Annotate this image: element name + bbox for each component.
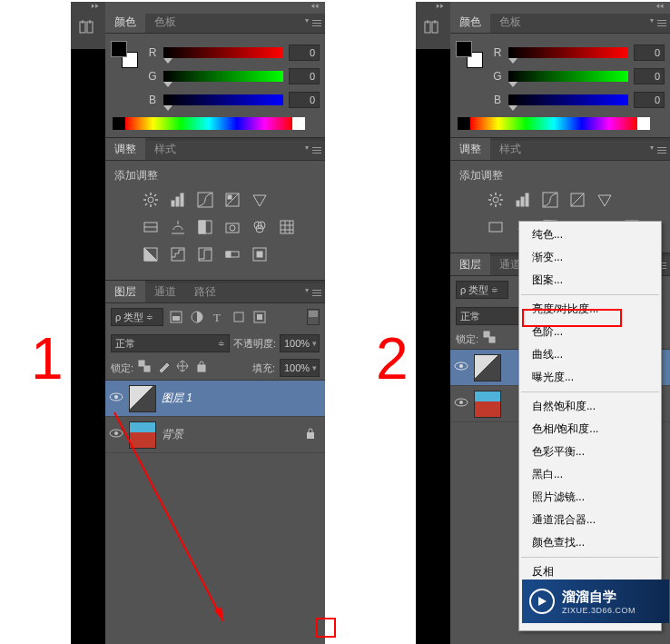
spectrum-bar[interactable] — [470, 117, 650, 130]
filter-type-icon[interactable]: T — [210, 309, 226, 325]
layer-thumbnail[interactable] — [474, 391, 501, 418]
menu-brightness[interactable]: 亮度/对比度... — [519, 298, 661, 321]
menu-gradient[interactable]: 渐变... — [519, 246, 661, 269]
panel-menu-icon[interactable] — [307, 16, 323, 29]
menu-levels[interactable]: 色阶... — [519, 321, 661, 343]
menu-bw[interactable]: 黑白... — [519, 463, 661, 486]
lock-all-icon[interactable] — [195, 361, 210, 375]
layer-thumbnail[interactable] — [129, 385, 156, 412]
photofilter-icon[interactable] — [223, 218, 241, 236]
menu-colorbalance[interactable]: 色彩平衡... — [519, 441, 661, 463]
b-value[interactable]: 0 — [634, 92, 665, 108]
tab-paths[interactable]: 路径 — [185, 281, 225, 302]
lock-transparent-icon[interactable] — [138, 361, 153, 375]
dock-icon[interactable] — [416, 14, 450, 41]
layer-thumbnail[interactable] — [474, 354, 501, 381]
invert-icon[interactable] — [142, 245, 160, 263]
dock-icon[interactable] — [71, 14, 105, 41]
tab-swatches[interactable]: 色板 — [490, 11, 530, 33]
tab-swatches[interactable]: 色板 — [145, 11, 185, 33]
tab-color[interactable]: 颜色 — [105, 11, 145, 33]
tab-channels[interactable]: 通道 — [145, 281, 185, 302]
filter-shape-icon[interactable] — [231, 309, 247, 325]
levels-icon[interactable] — [514, 191, 532, 209]
panel-menu-icon[interactable] — [652, 144, 668, 156]
curves-icon[interactable] — [196, 191, 214, 209]
menu-solid-color[interactable]: 纯色... — [519, 223, 661, 246]
menu-vibrance[interactable]: 自然饱和度... — [519, 395, 661, 418]
brightness-icon[interactable] — [487, 191, 505, 209]
layer-empty-area[interactable] — [105, 453, 325, 644]
selective-icon[interactable] — [251, 245, 269, 263]
tab-color[interactable]: 颜色 — [450, 11, 490, 33]
fg-color-swatch[interactable] — [456, 41, 472, 57]
panel-menu-icon[interactable] — [307, 286, 323, 299]
b-slider[interactable] — [508, 94, 628, 105]
g-slider[interactable] — [163, 71, 283, 82]
dock-expand-icon[interactable] — [416, 2, 450, 14]
r-slider[interactable] — [508, 47, 628, 58]
dock-expand-icon[interactable] — [71, 2, 105, 14]
color-swatch[interactable] — [456, 41, 483, 68]
visibility-icon[interactable] — [109, 391, 123, 405]
b-value[interactable]: 0 — [289, 92, 320, 108]
menu-curves[interactable]: 曲线... — [519, 343, 661, 366]
g-slider[interactable] — [508, 71, 628, 82]
bw-icon[interactable] — [196, 218, 214, 236]
lock-position-icon[interactable] — [176, 361, 191, 375]
lock-transparent-icon[interactable] — [483, 332, 498, 346]
color-swatch[interactable] — [111, 41, 138, 68]
exposure-icon[interactable] — [223, 191, 241, 209]
opacity-value[interactable]: 100%▾ — [280, 334, 320, 352]
layer-thumbnail[interactable] — [129, 421, 156, 449]
filter-pixel-icon[interactable] — [168, 309, 184, 325]
r-value[interactable]: 0 — [634, 45, 665, 61]
exposure-icon[interactable] — [568, 191, 586, 209]
filter-toggle[interactable] — [307, 309, 320, 325]
r-slider[interactable] — [163, 47, 283, 58]
channelmixer-icon[interactable] — [251, 218, 269, 236]
filter-smart-icon[interactable] — [251, 309, 268, 325]
fill-value[interactable]: 100%▾ — [280, 359, 320, 377]
blend-mode-dropdown[interactable]: 正常 — [456, 307, 519, 325]
menu-photofilter[interactable]: 照片滤镜... — [519, 486, 661, 509]
colorbalance-icon[interactable] — [169, 218, 187, 236]
tab-adjustments[interactable]: 调整 — [450, 138, 490, 160]
filter-adjust-icon[interactable] — [189, 309, 205, 325]
tab-styles[interactable]: 样式 — [145, 138, 185, 160]
lock-pixels-icon[interactable] — [157, 361, 172, 375]
tab-layers[interactable]: 图层 — [450, 253, 490, 275]
colorlookup-icon[interactable] — [278, 218, 296, 236]
curves-icon[interactable] — [541, 191, 559, 209]
r-value[interactable]: 0 — [289, 45, 320, 61]
tab-adjustments[interactable]: 调整 — [105, 138, 145, 160]
menu-hue[interactable]: 色相/饱和度... — [519, 418, 661, 441]
filter-kind-dropdown[interactable]: ρ 类型≑ — [111, 308, 163, 326]
menu-exposure[interactable]: 曝光度... — [519, 366, 661, 389]
layer-name[interactable]: 背景 — [162, 427, 183, 442]
posterize-icon[interactable] — [169, 245, 187, 263]
b-slider[interactable] — [163, 94, 283, 105]
hue-icon[interactable] — [487, 218, 505, 236]
g-value[interactable]: 0 — [289, 68, 320, 84]
fg-color-swatch[interactable] — [111, 41, 127, 57]
panel-menu-icon[interactable] — [307, 144, 323, 156]
vibrance-icon[interactable] — [251, 191, 269, 209]
visibility-icon[interactable] — [454, 361, 468, 374]
menu-channelmixer[interactable]: 通道混合器... — [519, 509, 661, 531]
vibrance-icon[interactable] — [596, 191, 614, 209]
gradientmap-icon[interactable] — [223, 245, 241, 263]
panel-menu-icon[interactable] — [652, 16, 668, 29]
blend-mode-dropdown[interactable]: 正常≑ — [111, 334, 230, 352]
threshold-icon[interactable] — [196, 245, 214, 263]
levels-icon[interactable] — [169, 191, 187, 209]
filter-kind-dropdown[interactable]: ρ 类型≑ — [456, 281, 508, 299]
visibility-icon[interactable] — [454, 397, 468, 411]
layer-item[interactable]: 背景 — [105, 417, 325, 453]
visibility-icon[interactable] — [109, 428, 123, 441]
menu-colorlookup[interactable]: 颜色查找... — [519, 531, 661, 554]
brightness-icon[interactable] — [142, 191, 160, 209]
hue-icon[interactable] — [142, 218, 160, 236]
spectrum-bar[interactable] — [125, 117, 305, 130]
g-value[interactable]: 0 — [634, 68, 665, 84]
